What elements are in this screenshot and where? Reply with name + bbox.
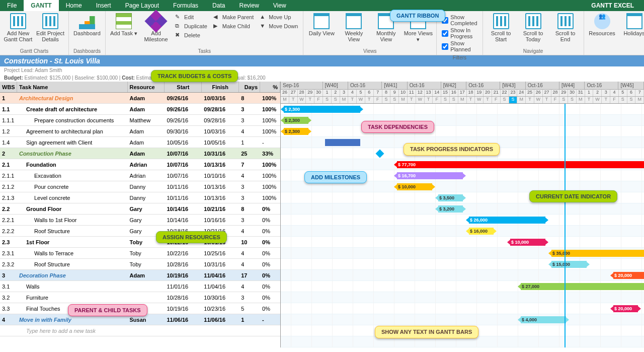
task-row[interactable]: 2.3.1Walls to TerraceToby10/22/1610/25/1… [0, 248, 280, 259]
task-row[interactable]: 2.3.2Roof StructureToby10/28/1610/31/164… [0, 259, 280, 270]
add-milestone-button[interactable]: Add Milestone [141, 12, 171, 42]
menu-tab-insert[interactable]: Insert [89, 0, 118, 11]
weekly-view-button[interactable]: Weekly View [339, 12, 369, 42]
move-down-button[interactable]: ▼Move Down [258, 22, 300, 30]
task-row[interactable]: 2.1FoundationAdrian10/07/1610/13/167100% [0, 159, 280, 170]
show-planned-checkbox[interactable]: Show Planned [442, 40, 477, 52]
edit-button[interactable]: ✎Edit [173, 13, 209, 21]
menu-tab-gantt[interactable]: GANTT [24, 0, 58, 11]
gantt-bar[interactable]: $ 16,700 [397, 172, 463, 179]
gantt-row: $ 10,000 [281, 237, 644, 248]
task-row[interactable]: 1.2Agreement to architectural planAdam09… [0, 126, 280, 137]
daily-view-button[interactable]: Daily View [306, 12, 337, 36]
budget-line: Budget: Estimated: $125,000 | Baseline: … [0, 74, 644, 82]
task-row[interactable]: 2.2.2Roof StructureGary10/18/1610/21/164… [0, 226, 280, 237]
callout-assign-resources: ASSIGN RESOURCES [156, 231, 227, 243]
scroll-start-button[interactable]: Scroll to Start [486, 12, 516, 42]
menu-tab-view[interactable]: View [266, 0, 293, 11]
gantt-row: $ 16,000 [281, 226, 644, 237]
gantt-bar[interactable]: $ 77,700 [397, 161, 644, 168]
gantt-bar[interactable]: $ 20,000 [613, 272, 644, 279]
gantt-bar[interactable]: $ 35,000 [551, 250, 644, 257]
project-title: Construction - St. Louis Villa [0, 55, 644, 66]
gantt-row: $ 20,000 [281, 303, 644, 314]
gantt-row: $ 2,300 [281, 115, 644, 126]
task-row[interactable]: 2.1.3Level concreteDanny10/11/1610/13/16… [0, 192, 280, 203]
edit-project-button[interactable]: Edit Project Details [35, 12, 65, 42]
task-row[interactable]: 2.2Ground FloorGary10/14/1610/21/1680% [0, 203, 280, 215]
gantt-bar[interactable]: $ 2,300 [284, 117, 308, 124]
make-parent-button[interactable]: ◀Make Parent [211, 13, 256, 21]
gantt-row: $ 15,000 [281, 259, 644, 270]
task-row[interactable]: 2.31st FloorToby10/22/1610/31/16100% [0, 237, 280, 248]
scroll-end-button[interactable]: Scroll to End [550, 12, 581, 42]
task-row[interactable]: 3.1Walls11/01/1611/04/1640% [0, 281, 280, 292]
resources-button[interactable]: 👥Resources [587, 12, 617, 36]
task-row[interactable]: 1.4Sign agreement with ClientAdam10/05/1… [0, 137, 280, 148]
callout-parent-child: PARENT & CHILD TASKS [68, 304, 147, 316]
today-line [565, 104, 566, 347]
dashboard-button[interactable]: Dashboard [72, 12, 102, 36]
callout-add-milestones: ADD MILESTONES [304, 171, 367, 183]
gantt-row: $ 35,000 [281, 248, 644, 259]
task-row[interactable]: 2.1.2Pour concreteDanny10/11/1610/13/163… [0, 181, 280, 192]
new-task-input[interactable]: Type here to add a new task [0, 325, 280, 336]
show-completed-checkbox[interactable]: Show Completed [442, 14, 477, 26]
task-row[interactable]: 3Decoration PhaseAdam10/19/1611/04/16170… [0, 270, 280, 281]
project-lead: Project Lead: Adam Smith [0, 66, 644, 74]
show-progress-checkbox[interactable]: Show In Progress [442, 27, 477, 39]
callout-task-dep: TASK DEPENDENCIES [361, 121, 434, 133]
menu-bar: FileGANTTHomeInsertPage LayoutFormulasDa… [0, 0, 644, 11]
add-task-button[interactable]: Add Task ▾ [109, 12, 139, 37]
gantt-row: $ 2,300 [281, 104, 644, 115]
delete-button[interactable]: ✖Delete [173, 31, 209, 39]
task-row[interactable]: 2.1.1ExcavationAdrian10/07/1610/10/16410… [0, 170, 280, 181]
task-row[interactable]: 3.2Furniture10/28/1610/30/1630% [0, 292, 280, 303]
gantt-bar[interactable]: $ 2,300 [284, 106, 360, 113]
gantt-bar[interactable]: $ 10,000 [510, 239, 545, 246]
gantt-row: $ 26,000 [281, 215, 644, 226]
gantt-bar[interactable]: $ 2,300 [284, 128, 308, 135]
gantt-row: $ 3,000 [281, 292, 644, 303]
task-row[interactable]: 1Architectural DesignAdam09/26/1610/03/1… [0, 93, 280, 104]
menu-tab-file[interactable]: File [0, 0, 24, 11]
gantt-bar[interactable]: $ 27,000 [521, 283, 644, 290]
milestone-marker[interactable] [376, 150, 384, 158]
gantt-bar[interactable]: $ 26,000 [469, 217, 545, 224]
add-gantt-button[interactable]: Add New Gantt Chart [3, 12, 33, 42]
scroll-today-button[interactable]: Scroll to Today [518, 12, 548, 42]
gantt-bar[interactable]: $ 15,000 [551, 261, 587, 268]
menu-tab-page-layout[interactable]: Page Layout [118, 0, 166, 11]
task-row[interactable]: 2.2.1Walls to 1st FloorGary10/14/1610/16… [0, 215, 280, 226]
task-row[interactable]: 1.1Create draft of architectureAdam09/26… [0, 104, 280, 115]
gantt-row: $ 20,000 [281, 270, 644, 281]
gantt-row: $ 4,000 [281, 314, 644, 325]
column-headers: WBS Task Name Resource Start Finish Days… [0, 82, 280, 93]
timeline-header: Sep-16[W40]Oct-16[W41]Oct-16[W42]Oct-16[… [281, 82, 644, 104]
gantt-bar[interactable]: $ 10,000 [397, 183, 432, 190]
menu-tab-home[interactable]: Home [59, 0, 89, 11]
gantt-row: $ 2,300 [281, 126, 644, 137]
move-up-button[interactable]: ▲Move Up [258, 13, 300, 21]
gantt-bar[interactable]: $ 16,000 [469, 228, 494, 235]
holidays-button[interactable]: Holidays [619, 12, 644, 36]
callout-show-text: SHOW ANY TEXT IN GANTT BARS [375, 326, 478, 338]
gantt-row: $ 3,200 [281, 203, 644, 215]
gantt-bar[interactable]: $ 20,000 [613, 305, 638, 312]
menu-tab-formulas[interactable]: Formulas [166, 0, 205, 11]
menu-tab-data[interactable]: Data [205, 0, 232, 11]
gantt-bar[interactable] [325, 139, 360, 146]
task-row[interactable]: 1.1.1Prepare construction documentsMatth… [0, 115, 280, 126]
callout-task-prog: TASK PROGRESS INDICATORS [404, 143, 500, 156]
gantt-bar[interactable]: $ 3,200 [438, 205, 463, 213]
task-row[interactable]: 2Construction PhaseAdam10/07/1610/31/162… [0, 148, 280, 159]
gantt-row: $ 77,700 [281, 159, 644, 170]
callout-current-date: CURRENT DATE INDICATOR [529, 190, 617, 202]
ribbon: Add New Gantt Chart Edit Project Details… [0, 11, 644, 55]
duplicate-button[interactable]: ⧉Duplicate [173, 22, 209, 30]
callout-track-budget: TRACK BUDGETS & COSTS [151, 70, 238, 82]
gantt-bar[interactable]: $ 4,000 [521, 316, 566, 323]
make-child-button[interactable]: ▶Make Child [211, 22, 256, 30]
gantt-bar[interactable]: $ 3,500 [438, 194, 463, 201]
menu-tab-review[interactable]: Review [232, 0, 266, 11]
